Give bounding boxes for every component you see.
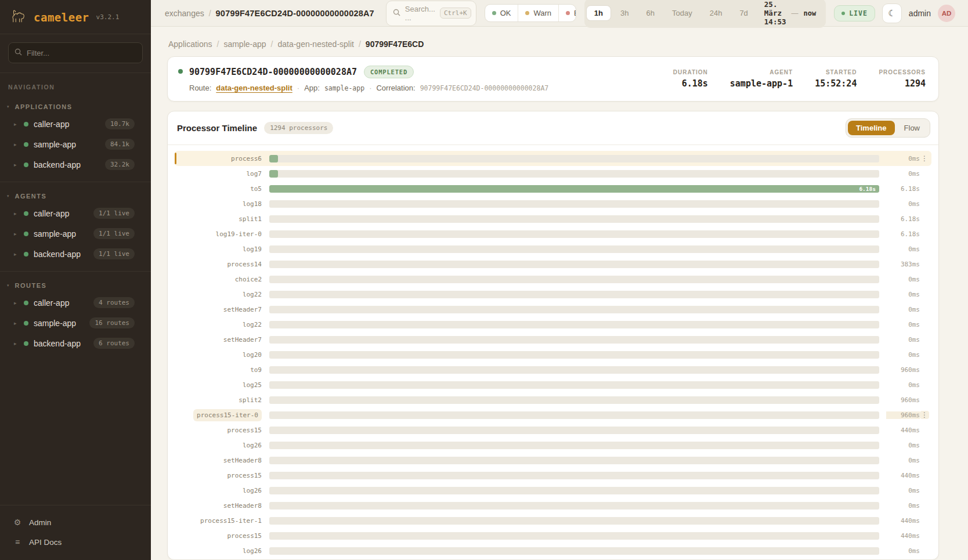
processor-row-log19-iter-0[interactable]: log19-iter-0 6.18s ⋮ [175, 226, 931, 241]
camel-logo-icon [10, 8, 28, 26]
processor-row-to5[interactable]: to5 6.18s 6.18s ⋮ [175, 181, 931, 196]
stat-label: DURATION [673, 69, 708, 75]
status-filter-error[interactable]: Error [559, 5, 576, 21]
time-range-1h[interactable]: 1h [586, 5, 611, 21]
caret-right-icon: ▸ [14, 142, 19, 147]
processor-row-log20[interactable]: log20 0ms ⋮ [175, 347, 931, 362]
processor-row-process15[interactable]: process15 440ms ⋮ [175, 468, 931, 483]
breadcrumb-link-sample-app[interactable]: sample-app [223, 39, 266, 49]
processor-row-process15-iter-0[interactable]: process15-iter-0 960ms ⋮ [175, 407, 931, 422]
kebab-menu-icon[interactable]: ⋮ [920, 411, 929, 419]
processor-row-choice2[interactable]: choice2 0ms ⋮ [175, 272, 931, 287]
global-search[interactable]: Search... ... Ctrl+K [386, 1, 476, 26]
processor-duration: 0ms [886, 170, 920, 178]
status-filter-warn[interactable]: Warn [518, 5, 559, 21]
sidebar-item-caller-app[interactable]: ▸ caller-app 1/1 live [0, 203, 151, 223]
sidebar-footer-api-docs[interactable]: ≡ API Docs [0, 532, 151, 552]
processor-row-process15[interactable]: process15 440ms ⋮ [175, 528, 931, 543]
processor-row-process14[interactable]: process14 383ms ⋮ [175, 256, 931, 272]
processor-row-setHeader8[interactable]: setHeader8 0ms ⋮ [175, 498, 931, 513]
gear-icon: ⚙ [13, 518, 22, 527]
processor-duration: 0ms [886, 381, 920, 389]
processor-track [269, 351, 879, 359]
processor-duration: 440ms [886, 532, 920, 540]
sidebar-item-caller-app[interactable]: ▸ caller-app 10.7k [0, 114, 151, 134]
processor-row-setHeader8[interactable]: setHeader8 0ms ⋮ [175, 453, 931, 468]
sidebar-item-caller-app[interactable]: ▸ caller-app 4 routes [0, 292, 151, 313]
breadcrumb-section[interactable]: exchanges [165, 9, 204, 18]
stat-agent: AGENT sample-app-1 [730, 69, 793, 89]
caret-right-icon: ▸ [14, 231, 19, 237]
nav-section-header[interactable]: ▾ ROUTES [0, 277, 151, 292]
sidebar-item-backend-app[interactable]: ▸ backend-app 32.2k [0, 154, 151, 175]
kebab-menu-icon[interactable]: ⋮ [920, 154, 929, 162]
sidebar-item-backend-app[interactable]: ▸ backend-app 6 routes [0, 333, 151, 353]
processor-track [269, 517, 879, 525]
processor-duration: 383ms [886, 261, 920, 268]
caret-right-icon: ▸ [14, 251, 19, 257]
processor-row-log18[interactable]: log18 0ms ⋮ [175, 196, 931, 211]
processor-span-bar [269, 155, 278, 162]
sidebar-item-sample-app[interactable]: ▸ sample-app 84.1k [0, 134, 151, 154]
processor-row-log19[interactable]: log19 0ms ⋮ [175, 241, 931, 256]
processor-row-to9[interactable]: to9 960ms ⋮ [175, 362, 931, 377]
chevron-down-icon: ▾ [7, 104, 9, 109]
processor-row-log25[interactable]: log25 0ms ⋮ [175, 377, 931, 392]
view-toggle-timeline[interactable]: Timeline [848, 121, 895, 135]
route-link[interactable]: data-gen-nested-split [216, 84, 292, 92]
processor-row-process6[interactable]: process6 0ms ⋮ [175, 151, 931, 166]
status-dot-icon [492, 11, 496, 15]
caret-right-icon: ▸ [14, 162, 19, 168]
processor-row-log22[interactable]: log22 0ms ⋮ [175, 287, 931, 302]
time-range-6h[interactable]: 6h [638, 5, 663, 21]
app-value: sample-app [324, 84, 364, 92]
processor-row-log26[interactable]: log26 0ms ⋮ [175, 438, 931, 453]
stat-label: STARTED [815, 69, 857, 75]
processor-row-log22[interactable]: log22 0ms ⋮ [175, 317, 931, 332]
processor-duration: 0ms [886, 155, 920, 162]
time-range-7d[interactable]: 7d [731, 5, 756, 21]
processor-track [269, 427, 879, 434]
processor-row-split2[interactable]: split2 960ms ⋮ [175, 392, 931, 407]
processor-track [269, 261, 879, 268]
chevron-down-icon: ▾ [7, 194, 9, 198]
processor-row-split1[interactable]: split1 6.18s ⋮ [175, 211, 931, 226]
breadcrumb-link-data-gen-nested-split[interactable]: data-gen-nested-split [277, 39, 354, 49]
nav-caption: NAVIGATION [0, 73, 151, 93]
time-range-3h[interactable]: 3h [612, 5, 637, 21]
processor-name: process15-iter-1 [182, 517, 262, 525]
processor-row-log26[interactable]: log26 0ms ⋮ [175, 543, 931, 558]
nav-section-header[interactable]: ▾ AGENTS [0, 188, 151, 203]
correlation-label: Correlation: [376, 84, 415, 92]
avatar[interactable]: AD [938, 5, 955, 22]
time-range-today[interactable]: Today [664, 5, 700, 21]
sidebar-filter-input[interactable] [27, 49, 136, 57]
processor-row-process15-iter-1[interactable]: process15-iter-1 440ms ⋮ [175, 513, 931, 528]
sidebar-item-sample-app[interactable]: ▸ sample-app 1/1 live [0, 223, 151, 244]
processor-row-setHeader7[interactable]: setHeader7 0ms ⋮ [175, 332, 931, 347]
sidebar-item-sample-app[interactable]: ▸ sample-app 16 routes [0, 313, 151, 333]
sidebar-item-badge: 84.1k [105, 139, 135, 150]
nav-section-header[interactable]: ▾ APPLICATIONS [0, 99, 151, 114]
processor-duration: 440ms [886, 472, 920, 479]
sidebar-item-backend-app[interactable]: ▸ backend-app 1/1 live [0, 244, 151, 264]
processor-row-log26[interactable]: log26 0ms ⋮ [175, 483, 931, 498]
processor-row-process15[interactable]: process15 440ms ⋮ [175, 422, 931, 438]
sidebar-filter[interactable] [8, 42, 143, 63]
sidebar-footer-admin[interactable]: ⚙ Admin [0, 512, 151, 532]
view-toggle-flow[interactable]: Flow [896, 121, 928, 135]
processor-row-setHeader7[interactable]: setHeader7 0ms ⋮ [175, 302, 931, 317]
sidebar-item-label: backend-app [34, 339, 88, 348]
live-toggle[interactable]: LIVE [834, 5, 875, 21]
user-name[interactable]: admin [909, 9, 931, 18]
time-range-24h[interactable]: 24h [702, 5, 731, 21]
breadcrumb-link-applications[interactable]: Applications [168, 39, 212, 49]
breadcrumb-separator: / [359, 39, 361, 49]
nav-section-agents: ▾ AGENTS ▸ caller-app 1/1 live ▸ sample-… [0, 182, 151, 272]
theme-toggle-button[interactable]: ☾ [882, 3, 902, 23]
processor-row-log7[interactable]: log7 0ms ⋮ [175, 166, 931, 181]
processor-duration: 960ms [886, 396, 920, 404]
status-filter-ok[interactable]: OK [485, 5, 519, 21]
processor-duration: 0ms [886, 351, 920, 359]
date-now-label: now [803, 9, 816, 17]
